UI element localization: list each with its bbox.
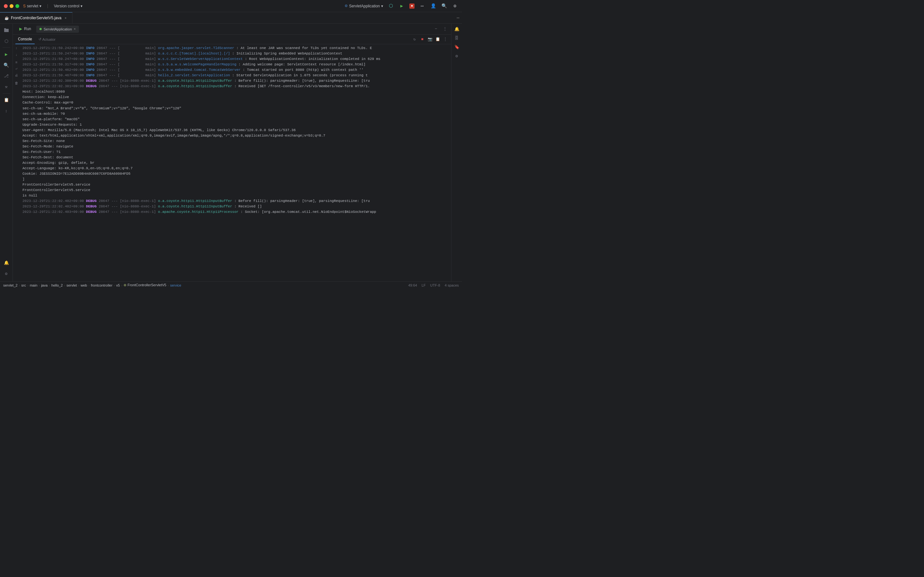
app-selector[interactable]: ⚙ ServletApplication ▾: [344, 4, 383, 8]
maximize-btn[interactable]: [15, 4, 19, 8]
rs-gear-btn[interactable]: ⚙: [453, 52, 461, 60]
profile-icon-btn[interactable]: 👤: [430, 3, 436, 9]
console-toolbar: Console ↺ Actuator ↻ ■ 📷 📋 ⋮: [13, 35, 451, 44]
console-output-wrapper: ↑ ↓ ≡ ⤶ 🖨 🗑 2023-12-29T21:21:59.242+09:0…: [13, 44, 451, 282]
lf-indicator[interactable]: LF: [422, 284, 426, 287]
sidebar-git-btn[interactable]: ⎇: [1, 71, 11, 81]
tabbar-more-btn[interactable]: ⋯: [457, 15, 459, 21]
run-actions: − ⋮: [433, 26, 449, 33]
console-log-line: ]: [20, 177, 451, 182]
breadcrumb-item-4: hello_2: [51, 284, 63, 287]
log-sep: --- [: [111, 210, 122, 215]
more-panel-btn[interactable]: ⋮: [441, 26, 449, 33]
log-plain-text: Cache-Control: max-age=0: [23, 100, 73, 105]
reload-btn[interactable]: ↻: [411, 36, 418, 43]
actuator-label: Actuator: [42, 37, 55, 41]
console-log-line: Sec-Fetch-Mode: navigate: [20, 144, 451, 149]
run-tab[interactable]: ▶ Run: [15, 24, 35, 35]
tab-close-btn[interactable]: ×: [63, 16, 68, 20]
breadcrumb-item-3: java: [41, 284, 47, 287]
dump-btn[interactable]: 📋: [435, 36, 441, 43]
indent-indicator[interactable]: 4 spaces: [445, 284, 459, 287]
tabbar: ☕ FrontControllerServletV5.java × ⋯: [0, 12, 462, 24]
breadcrumb-item-7: frontcontroller: [91, 284, 112, 287]
console-tab-label: Console: [18, 37, 32, 41]
console-log-line: FrontControllerServletV5.service: [20, 187, 451, 193]
copilot-icon-btn[interactable]: ⬡: [388, 3, 394, 9]
sidebar-tools-btn[interactable]: ⚒: [1, 82, 11, 92]
log-class: o.s.b.a.w.s.WelcomePageHandlerMapping: [158, 62, 236, 67]
sidebar-branches-btn[interactable]: ↕: [1, 106, 11, 116]
log-rbracket: ]: [153, 204, 158, 210]
scroll-up-btn[interactable]: ↑: [13, 45, 19, 51]
console-log-line: Sec-Fetch-User: ?1: [20, 149, 451, 155]
wrap-btn[interactable]: ⤶: [13, 66, 19, 72]
console-log-line: 2023-12-29T21:21:59.242+09:00 INFO 28647…: [20, 45, 451, 51]
run-icon-btn[interactable]: ▶: [399, 3, 405, 9]
console-log-line: 2023-12-29T21:22:02.403+09:00 DEBUG 2864…: [20, 210, 451, 215]
encoding-indicator[interactable]: UTF-8: [430, 284, 440, 287]
sidebar-folder-btn[interactable]: [1, 25, 11, 35]
breadcrumb-item-10: service: [170, 284, 181, 287]
run-session[interactable]: ServletApplication ×: [36, 26, 79, 33]
sidebar-settings-btn[interactable]: ⚙: [1, 269, 11, 279]
sidebar-run-btn[interactable]: ▶: [1, 49, 11, 59]
rs-bookmark-btn[interactable]: 🔖: [453, 43, 461, 51]
log-plain-text: sec-ch-ua-mobile: ?0: [23, 111, 65, 117]
log-thread: nio-8080-exec-1: [122, 84, 153, 89]
log-message: : Received []: [232, 204, 262, 210]
log-rbracket: ]: [153, 198, 158, 204]
log-plain-text: Host: localhost:8080: [23, 89, 65, 95]
log-class: o.a.coyote.http11.Http11InputBuffer: [158, 78, 232, 84]
record-icon-btn[interactable]: ■: [409, 3, 415, 9]
screenshot-btn[interactable]: 📷: [427, 36, 433, 43]
sidebar-structure-btn[interactable]: 📋: [1, 95, 11, 105]
console-output[interactable]: 2023-12-29T21:21:59.242+09:00 INFO 28647…: [20, 44, 451, 282]
log-rbracket: ]: [153, 62, 158, 67]
log-thread: main: [120, 62, 154, 67]
rs-db-btn[interactable]: 🗄: [453, 34, 461, 42]
vc-selector[interactable]: Version control ▾: [54, 4, 82, 8]
log-message: : Before fill(): parsingHeader: [true], …: [232, 78, 370, 84]
close-btn[interactable]: [4, 4, 8, 8]
log-sep: --- [: [111, 204, 122, 210]
app-chevron: ▾: [381, 4, 383, 8]
vc-chevron: ▾: [81, 4, 82, 8]
log-plain-text: Upgrade-Insecure-Requests: 1: [23, 122, 82, 127]
log-thread: nio-8080-exec-1: [122, 204, 153, 210]
cursor-position[interactable]: 49:64: [408, 284, 417, 287]
log-message: : Started ServletApplication in 1.075 se…: [230, 73, 368, 78]
console-tab[interactable]: Console: [15, 35, 35, 44]
scroll-down-btn[interactable]: ↓: [13, 52, 19, 58]
minimize-btn[interactable]: [10, 4, 13, 8]
console-log-line: Accept: text/html,application/xhtml+xml,…: [20, 133, 451, 139]
sidebar-plugin-btn[interactable]: ⬡: [1, 36, 11, 46]
tab-frontcontrollerservletv5[interactable]: ☕ FrontControllerServletV5.java ×: [0, 12, 73, 23]
more-icon-btn[interactable]: ⋯: [419, 3, 425, 9]
window-controls: [4, 4, 19, 8]
search-icon-btn[interactable]: 🔍: [441, 3, 447, 9]
settings-icon-btn[interactable]: ⚙: [452, 3, 458, 9]
rs-notifications-btn[interactable]: 🔔: [453, 25, 461, 33]
log-class: o.apache.coyote.http11.Http11Processor: [158, 210, 239, 215]
log-pid: 28647: [97, 67, 110, 73]
filter-btn[interactable]: ≡: [13, 60, 19, 65]
log-pid: 28647: [99, 78, 111, 84]
log-class: o.a.c.c.C.[Tomcat].[localhost].[/]: [158, 51, 230, 56]
stop-btn[interactable]: ■: [419, 36, 425, 43]
log-pid: 28647: [97, 62, 110, 67]
options-btn[interactable]: ⋮: [442, 36, 449, 43]
sidebar-search-btn[interactable]: 🔍: [1, 60, 11, 70]
sidebar-notification-btn[interactable]: 🔔: [1, 258, 11, 268]
actuator-tab-btn[interactable]: ↺ Actuator: [37, 36, 57, 43]
session-close[interactable]: ×: [74, 27, 76, 31]
print-btn[interactable]: 🖨: [13, 73, 19, 78]
close-panel-btn[interactable]: −: [433, 26, 439, 33]
log-pid: 28647: [97, 56, 110, 62]
breadcrumb-item-1: src: [21, 284, 26, 287]
log-message: : Initializing Spring embedded WebApplic…: [230, 51, 342, 56]
log-thread: main: [120, 45, 154, 51]
breadcrumb-item-6: web: [81, 284, 87, 287]
project-selector[interactable]: S servlet ▾: [23, 4, 41, 8]
clear-btn[interactable]: 🗑: [13, 80, 19, 86]
